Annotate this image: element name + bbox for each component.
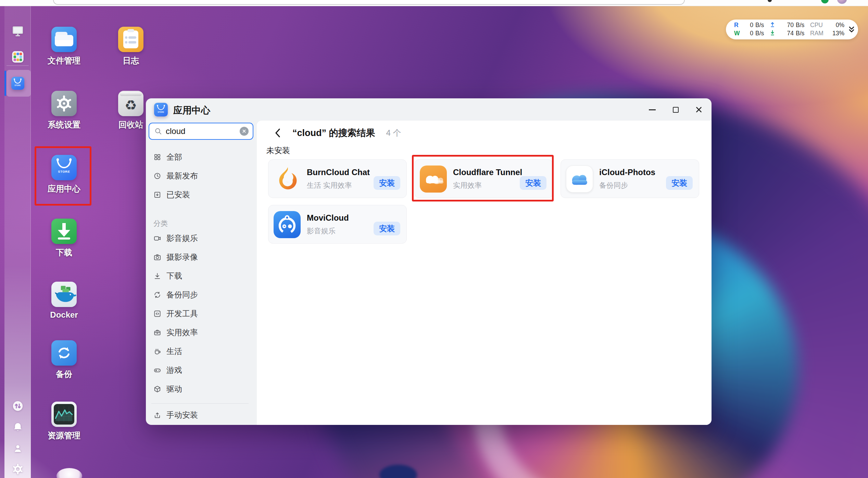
app-card-icloud-photos[interactable]: iCloud-Photos 备份同步 安装 (561, 159, 699, 198)
folder-icon (51, 27, 77, 52)
app-name: MoviCloud (307, 213, 349, 223)
desktop-icon-system-settings[interactable]: 系统设置 (42, 91, 86, 130)
browser-extension-icon[interactable] (768, 0, 772, 2)
nav-item-installed[interactable]: 已安装 (149, 185, 251, 204)
window-sidebar: 全部 最新发布 已安装 分类 (146, 98, 257, 425)
dock-settings-button[interactable] (4, 463, 31, 475)
clear-search-button[interactable] (240, 127, 249, 136)
install-button[interactable]: 安装 (374, 176, 400, 190)
disk-read-unit: B/s (755, 22, 768, 29)
dock-transfer-button[interactable] (4, 400, 31, 412)
search-box[interactable] (149, 123, 253, 140)
app-card-movicloud[interactable]: MoviCloud 影音娱乐 安装 (268, 205, 407, 244)
install-button[interactable]: 安装 (666, 176, 693, 190)
minimize-icon (649, 109, 656, 110)
nav-category-photography[interactable]: 摄影录像 (149, 248, 251, 267)
results-header: “cloud” 的搜索结果 4 个 (272, 126, 401, 140)
dock-user-button[interactable] (4, 443, 31, 454)
resource-monitor-icon (51, 402, 77, 427)
nav-category-download[interactable]: 下载 (149, 267, 251, 285)
upload-value: 70 (781, 22, 794, 29)
app-card-cloudflare-tunnel[interactable]: Cloudflare Tunnel 实用效率 安装 (414, 159, 553, 198)
briefcase-icon (153, 329, 161, 336)
search-icon (154, 127, 162, 135)
results-query: “cloud” (292, 128, 326, 138)
desktop-icon-docker[interactable]: Docker (42, 282, 86, 320)
section-not-installed: 未安装 (266, 145, 290, 156)
close-icon (695, 106, 702, 113)
app-store-icon: STORE (11, 77, 24, 90)
dock-app-grid-button[interactable] (4, 50, 31, 64)
expand-stats-button[interactable] (848, 25, 855, 34)
desktop-icon-app-center[interactable]: STORE 应用中心 (42, 155, 86, 194)
app-tags: 实用效率 (453, 181, 482, 190)
nav-manual-install[interactable]: 手动安装 (149, 406, 251, 425)
results-suffix: 的搜索结果 (329, 128, 375, 138)
dock-divider (7, 65, 29, 66)
gamepad-icon (153, 366, 161, 374)
dock-app-store-button[interactable]: STORE (4, 77, 31, 90)
close-button[interactable] (695, 106, 703, 113)
gear-icon (12, 463, 24, 475)
screen: STORE (0, 0, 868, 478)
download-unit: B/s (796, 30, 808, 37)
download-icon (770, 30, 779, 38)
desktop-icon-file-manager[interactable]: 文件管理 (42, 27, 86, 66)
nav-category-dev-tools[interactable]: 开发工具 (149, 304, 251, 323)
sync-arrows-icon (153, 291, 161, 299)
flame-icon (274, 166, 301, 193)
desktop-icon-download[interactable]: 下载 (42, 219, 86, 258)
download-value: 74 (781, 30, 794, 37)
app-name: Cloudflare Tunnel (453, 168, 522, 177)
disk-write-unit: B/s (755, 30, 768, 37)
icloud-cloud-icon (566, 166, 593, 193)
nav-category-life[interactable]: 生活 (149, 342, 251, 361)
nav-category-games[interactable]: 游戏 (149, 361, 251, 380)
install-button[interactable]: 安装 (374, 222, 400, 235)
nav-category-backup-sync[interactable]: 备份同步 (149, 285, 251, 304)
chevron-double-down-icon (848, 25, 855, 34)
dock-notifications-button[interactable] (4, 421, 31, 433)
maximize-icon (673, 107, 679, 113)
desktop-icon-backup[interactable]: 备份 (42, 340, 86, 380)
nav-divider (151, 403, 249, 404)
app-store-icon: STORE (51, 155, 77, 180)
disk-write-value: 0 (743, 30, 753, 37)
installed-icon (153, 191, 161, 199)
cpu-value: 0% (829, 22, 844, 29)
install-button[interactable]: 安装 (520, 176, 546, 190)
app-name: BurnCloud Chat (307, 168, 370, 177)
nav-category-utilities[interactable]: 实用效率 (149, 323, 251, 342)
download-icon (51, 219, 77, 244)
movicloud-robot-icon (274, 211, 301, 238)
grid-icon (153, 153, 161, 161)
cube-icon (153, 385, 161, 393)
system-stats-widget: R 0 B/s 70 B/s CPU 0% W 0 B/s 74 B/s RAM… (726, 20, 858, 39)
transfer-icon (12, 400, 24, 412)
app-card-burncloud-chat[interactable]: BurnCloud Chat 生活 实用效率 安装 (268, 159, 407, 198)
nav-item-latest[interactable]: 最新发布 (149, 167, 251, 185)
user-icon (13, 443, 23, 454)
code-icon (153, 310, 161, 318)
ram-value: 13% (829, 30, 844, 37)
browser-address-bar[interactable] (53, 0, 685, 5)
cup-icon (153, 347, 161, 355)
back-button[interactable] (272, 126, 284, 140)
nav-item-all[interactable]: 全部 (149, 148, 251, 167)
log-clipboard-icon (118, 27, 143, 52)
maximize-button[interactable] (672, 106, 679, 113)
nav-category-drivers[interactable]: 驱动 (149, 380, 251, 399)
minimize-button[interactable] (649, 106, 656, 113)
wallpaper-white-blob (56, 468, 82, 478)
browser-avatar[interactable] (837, 0, 847, 4)
search-input[interactable] (166, 126, 240, 136)
cpu-label: CPU (810, 22, 827, 29)
nav-section-label: 分类 (149, 218, 251, 229)
dock-desktop-button[interactable] (4, 24, 31, 38)
browser-status-icon[interactable] (821, 0, 829, 3)
desktop-icon-resource-manager[interactable]: 资源管理 (42, 402, 86, 441)
desktop-icon-logs[interactable]: 日志 (109, 27, 153, 66)
monitor-icon (11, 24, 25, 38)
bell-icon (12, 421, 24, 433)
nav-category-video[interactable]: 影音娱乐 (149, 229, 251, 248)
